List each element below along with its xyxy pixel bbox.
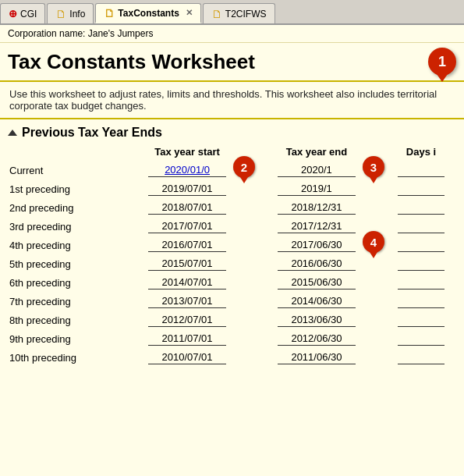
tab-info[interactable]: 🗋 Info <box>47 3 94 23</box>
tab-close-button[interactable]: ✕ <box>186 8 193 18</box>
start-cell[interactable] <box>122 254 252 273</box>
tab-t2cifws-label: T2CIFWS <box>225 9 267 20</box>
days-cell[interactable] <box>381 161 461 179</box>
tab-t2cifws[interactable]: 🗋 T2CIFWS <box>203 3 275 23</box>
title-row: Tax Constants Worksheet 1 <box>0 43 464 82</box>
end-cell[interactable] <box>252 254 381 273</box>
start-input[interactable] <box>148 313 226 327</box>
table-row: 7th preceding <box>3 292 461 311</box>
end-input[interactable] <box>278 163 356 177</box>
page-content: Corporation name: Jane's Jumpers Tax Con… <box>0 25 464 476</box>
start-cell[interactable] <box>122 273 252 292</box>
row-label: 8th preceding <box>3 311 122 329</box>
days-cell[interactable] <box>381 273 461 292</box>
end-input[interactable] <box>278 182 356 196</box>
end-cell[interactable]: 3 <box>252 161 381 179</box>
end-cell[interactable] <box>252 217 381 236</box>
start-cell[interactable]: 2 <box>122 161 252 179</box>
info-box: Use this worksheet to adjust rates, limi… <box>0 82 464 119</box>
days-input[interactable] <box>398 182 445 196</box>
end-cell[interactable] <box>252 198 381 217</box>
days-cell[interactable] <box>381 292 461 311</box>
end-cell[interactable] <box>252 329 381 348</box>
days-cell[interactable] <box>381 217 461 236</box>
badge-3: 3 <box>363 156 384 178</box>
table-wrap: Tax year start Tax year end Days i Curre… <box>0 143 464 367</box>
end-input[interactable] <box>278 275 356 290</box>
days-input[interactable] <box>398 257 445 271</box>
start-input[interactable] <box>148 163 226 177</box>
start-input[interactable] <box>148 201 226 215</box>
days-input[interactable] <box>398 275 445 290</box>
days-cell[interactable] <box>381 198 461 217</box>
days-cell[interactable] <box>381 236 461 254</box>
chevron-up-icon[interactable] <box>8 130 17 136</box>
tab-taxconstants-label: TaxConstants <box>118 8 179 19</box>
days-input[interactable] <box>398 332 445 346</box>
start-cell[interactable] <box>122 217 252 236</box>
days-input[interactable] <box>398 313 445 327</box>
end-input[interactable] <box>278 350 356 364</box>
corp-bar: Corporation name: Jane's Jumpers <box>0 25 464 43</box>
start-input[interactable] <box>148 350 226 364</box>
days-cell[interactable] <box>381 311 461 329</box>
start-cell[interactable] <box>122 179 252 198</box>
end-input[interactable] <box>278 313 356 327</box>
end-input[interactable] <box>278 257 356 271</box>
row-label: 3rd preceding <box>3 217 122 236</box>
start-cell[interactable] <box>122 292 252 311</box>
start-input[interactable] <box>148 275 226 290</box>
table-row: Current23 <box>3 161 461 179</box>
days-cell[interactable] <box>381 329 461 348</box>
end-input[interactable] <box>278 294 356 308</box>
row-label: 2nd preceding <box>3 198 122 217</box>
days-input[interactable] <box>398 163 445 177</box>
badge1-wrapper: 1 <box>428 48 456 76</box>
start-cell[interactable] <box>122 311 252 329</box>
end-input[interactable] <box>278 219 356 233</box>
end-input[interactable] <box>278 238 356 252</box>
end-cell[interactable] <box>252 179 381 198</box>
col-header-days: Days i <box>381 143 461 161</box>
tab-taxconstants[interactable]: 🗋 TaxConstants ✕ <box>95 3 200 23</box>
days-cell[interactable] <box>381 348 461 367</box>
days-input[interactable] <box>398 238 445 252</box>
end-cell[interactable] <box>252 348 381 367</box>
start-input[interactable] <box>148 219 226 233</box>
end-input[interactable] <box>278 332 356 346</box>
row-label: 10th preceding <box>3 348 122 367</box>
days-input[interactable] <box>398 294 445 308</box>
days-input[interactable] <box>398 201 445 215</box>
start-cell[interactable] <box>122 198 252 217</box>
end-cell[interactable] <box>252 292 381 311</box>
start-input[interactable] <box>148 294 226 308</box>
cgi-icon: ⊕ <box>9 8 17 20</box>
start-input[interactable] <box>148 257 226 271</box>
table-row: 9th preceding <box>3 329 461 348</box>
tax-table: Tax year start Tax year end Days i Curre… <box>3 143 461 367</box>
days-cell[interactable] <box>381 254 461 273</box>
section-header: Previous Tax Year Ends <box>0 119 464 143</box>
start-cell[interactable] <box>122 329 252 348</box>
row-label: 1st preceding <box>3 179 122 198</box>
end-cell[interactable]: 4 <box>252 236 381 254</box>
end-cell[interactable] <box>252 273 381 292</box>
table-row: 3rd preceding <box>3 217 461 236</box>
end-input[interactable] <box>278 201 356 215</box>
end-cell[interactable] <box>252 311 381 329</box>
table-row: 6th preceding <box>3 273 461 292</box>
table-row: 4th preceding4 <box>3 236 461 254</box>
col-header-end: Tax year end <box>252 143 381 161</box>
tab-cgi-label: CGI <box>20 9 37 20</box>
tab-cgi[interactable]: ⊕ CGI <box>0 3 45 23</box>
days-input[interactable] <box>398 350 445 364</box>
start-cell[interactable] <box>122 348 252 367</box>
start-input[interactable] <box>148 238 226 252</box>
doc-icon-info: 🗋 <box>55 8 66 20</box>
start-cell[interactable] <box>122 236 252 254</box>
days-cell[interactable] <box>381 179 461 198</box>
days-input[interactable] <box>398 219 445 233</box>
start-input[interactable] <box>148 182 226 196</box>
start-input[interactable] <box>148 332 226 346</box>
info-text: Use this worksheet to adjust rates, limi… <box>9 88 437 112</box>
